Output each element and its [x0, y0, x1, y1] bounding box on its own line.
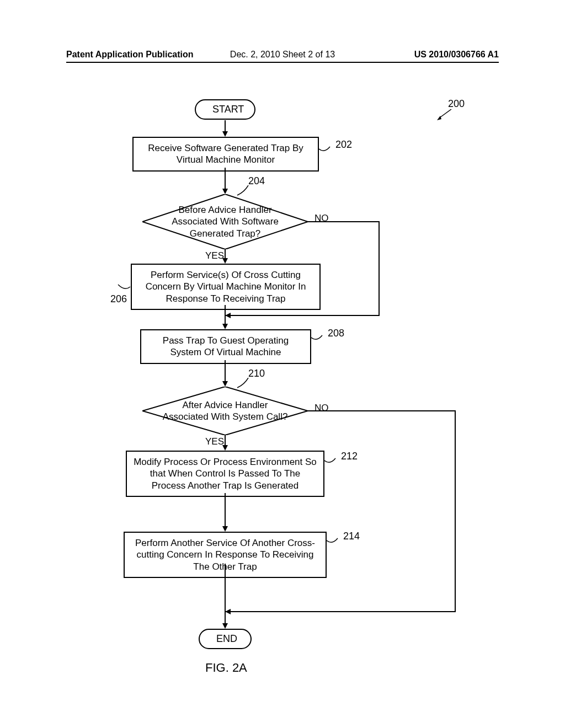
- arrow: [225, 435, 226, 446]
- decision-204: Before Advice Handler Associated With So…: [142, 194, 308, 249]
- process-212-text: Modify Process Or Process Environment So…: [134, 457, 317, 491]
- process-206: Perform Service(s) Of Cross Cutting Conc…: [131, 264, 321, 310]
- arrow-head-icon: [222, 189, 228, 194]
- arrow: [225, 120, 226, 132]
- header-left: Patent Application Publication: [66, 50, 194, 60]
- decision-210-text: After Advice Handler Associated With Sys…: [159, 399, 291, 423]
- ref-212: 212: [341, 451, 358, 462]
- process-202-text: Receive Software Generated Trap By Virtu…: [148, 143, 303, 165]
- arrow: [225, 305, 226, 325]
- arrow-head-icon: [222, 381, 228, 387]
- start-label: START: [212, 104, 244, 115]
- no-label-210: NO: [313, 403, 330, 414]
- ref-200: 200: [448, 98, 465, 110]
- ref-200-arrow-icon: [436, 109, 452, 120]
- arrow-head-icon: [222, 623, 228, 629]
- header-right: US 2010/0306766 A1: [414, 50, 499, 60]
- start-terminal: START: [195, 99, 255, 120]
- arrow-head-icon: [222, 526, 228, 532]
- end-label: END: [216, 633, 237, 644]
- ref-214: 214: [343, 531, 360, 542]
- decision-204-text: Before Advice Handler Associated With So…: [159, 204, 291, 239]
- leader-curve: [115, 281, 131, 292]
- arrow: [308, 221, 380, 222]
- no-label-204: NO: [313, 213, 330, 224]
- process-206-text: Perform Service(s) Of Cross Cutting Conc…: [146, 270, 306, 304]
- arrow: [379, 221, 380, 316]
- arrow-head-icon: [222, 445, 228, 451]
- arrow: [308, 410, 456, 411]
- arrow: [225, 315, 380, 316]
- arrow-head-icon: [225, 609, 231, 614]
- process-202: Receive Software Generated Trap By Virtu…: [132, 137, 319, 172]
- arrow: [455, 410, 456, 612]
- leader-curve: [311, 332, 328, 343]
- arrow-head-icon: [225, 313, 231, 318]
- end-terminal: END: [199, 629, 252, 649]
- header-center: Dec. 2, 2010 Sheet 2 of 13: [230, 50, 335, 60]
- arrow: [225, 493, 226, 527]
- arrow-head-icon: [222, 324, 228, 329]
- page-header: Patent Application Publication Dec. 2, 2…: [66, 46, 499, 63]
- process-212: Modify Process Or Process Environment So…: [126, 451, 324, 497]
- leader-curve: [319, 143, 335, 154]
- arrow: [225, 564, 226, 624]
- leader-curve: [324, 455, 341, 466]
- arrow: [225, 168, 226, 190]
- figure-label: FIG. 2A: [205, 661, 247, 675]
- process-208-text: Pass Trap To Guest Operating System Of V…: [163, 335, 289, 357]
- ref-206: 206: [110, 293, 127, 305]
- leader-curve: [327, 535, 343, 546]
- arrow-head-icon: [222, 131, 228, 137]
- decision-210: After Advice Handler Associated With Sys…: [142, 387, 308, 435]
- arrow-head-icon: [222, 258, 228, 264]
- process-208: Pass Trap To Guest Operating System Of V…: [140, 329, 311, 364]
- ref-208: 208: [328, 328, 344, 339]
- arrow: [225, 360, 226, 382]
- arrow: [225, 611, 456, 612]
- ref-202: 202: [335, 139, 352, 151]
